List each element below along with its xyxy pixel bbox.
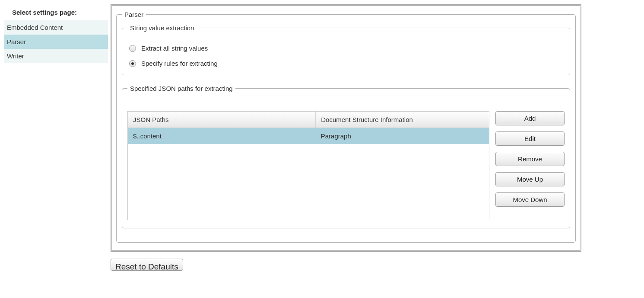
sidebar-title: Select settings page:: [4, 4, 108, 20]
reset-to-defaults-button[interactable]: Reset to Defaults: [111, 259, 183, 271]
json-paths-fieldset: Specified JSON paths for extracting JSON…: [122, 85, 570, 228]
settings-container: Select settings page: Embedded Content P…: [0, 0, 644, 271]
outer-panel: Parser String value extraction Extract a…: [111, 4, 581, 252]
json-paths-legend: Specified JSON paths for extracting: [127, 85, 235, 92]
main-panel: Parser String value extraction Extract a…: [111, 4, 581, 271]
radio-label: Extract all string values: [141, 45, 208, 52]
json-paths-table-wrap: JSON Paths Document Structure Informatio…: [127, 111, 489, 220]
radio-icon: [129, 45, 136, 52]
footer-row: Reset to Defaults: [111, 259, 581, 271]
radio-specify-rules[interactable]: Specify rules for extracting: [129, 60, 563, 67]
sidebar-item-embedded-content[interactable]: Embedded Content: [4, 20, 108, 35]
cell-json-path: $..content: [128, 128, 316, 144]
move-down-button[interactable]: Move Down: [495, 192, 565, 207]
column-header-structure[interactable]: Document Structure Information: [316, 112, 489, 128]
column-header-json-paths[interactable]: JSON Paths: [128, 112, 316, 128]
radio-icon: [129, 60, 136, 67]
settings-sidebar: Select settings page: Embedded Content P…: [4, 4, 108, 63]
json-paths-section: JSON Paths Document Structure Informatio…: [127, 98, 565, 220]
cell-structure: Paragraph: [316, 128, 489, 144]
json-paths-buttons: Add Edit Remove Move Up Move Down: [495, 111, 565, 220]
json-paths-table: JSON Paths Document Structure Informatio…: [128, 112, 489, 144]
table-row[interactable]: $..content Paragraph: [128, 128, 489, 144]
extraction-radio-group: Extract all string values Specify rules …: [127, 38, 565, 67]
string-extraction-fieldset: String value extraction Extract all stri…: [122, 24, 570, 75]
add-button[interactable]: Add: [495, 111, 565, 125]
sidebar-item-parser[interactable]: Parser: [4, 35, 108, 49]
parser-legend: Parser: [122, 11, 146, 18]
remove-button[interactable]: Remove: [495, 152, 565, 166]
radio-extract-all[interactable]: Extract all string values: [129, 45, 563, 52]
parser-fieldset: Parser String value extraction Extract a…: [116, 11, 576, 243]
edit-button[interactable]: Edit: [495, 131, 565, 146]
move-up-button[interactable]: Move Up: [495, 172, 565, 186]
sidebar-item-writer[interactable]: Writer: [4, 49, 108, 63]
table-header-row: JSON Paths Document Structure Informatio…: [128, 112, 489, 128]
string-extraction-legend: String value extraction: [127, 24, 197, 32]
radio-label: Specify rules for extracting: [141, 60, 218, 67]
